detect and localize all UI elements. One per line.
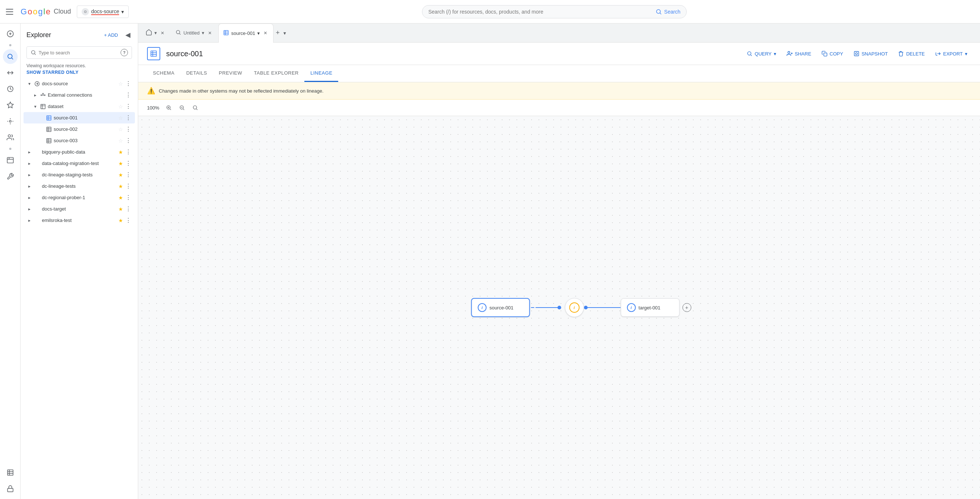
- export-button[interactable]: EXPORT ▾: [931, 49, 971, 59]
- show-starred-button[interactable]: SHOW STARRED ONLY: [21, 70, 138, 78]
- sidebar-icon-ml[interactable]: [3, 114, 18, 129]
- collapse-button[interactable]: ◀: [124, 29, 132, 40]
- tab-home-close[interactable]: ✕: [159, 30, 166, 37]
- star-source002[interactable]: ☆: [118, 126, 123, 132]
- tree-label-lineage-tests: dc-lineage-tests: [42, 183, 117, 189]
- tree-item-source-001[interactable]: source-001 ☆ ⋮: [24, 112, 135, 124]
- subtab-schema[interactable]: SCHEMA: [147, 65, 180, 82]
- explorer-search-input[interactable]: [38, 50, 121, 56]
- sidebar-icon-transfers[interactable]: [3, 65, 18, 80]
- tree-item-bigquery-public[interactable]: bigquery-public-data ★ ⋮: [24, 146, 135, 157]
- tab-add-button[interactable]: +: [274, 27, 281, 38]
- tab-untitled[interactable]: Untitled ▾ ✕: [171, 24, 218, 43]
- hamburger-menu[interactable]: [6, 7, 15, 16]
- tab-untitled-close[interactable]: ✕: [207, 30, 213, 37]
- sidebar-icon-history[interactable]: [3, 81, 18, 96]
- tree-item-source-002[interactable]: source-002 ☆ ⋮: [24, 124, 135, 135]
- subtab-details[interactable]: DETAILS: [180, 65, 213, 82]
- more-docs-source[interactable]: ⋮: [125, 79, 132, 88]
- tree-item-datacatalog[interactable]: data-catalog-migration-test ★ ⋮: [24, 157, 135, 169]
- tree-label-docs-source: docs-source: [42, 81, 117, 86]
- zoom-in-button[interactable]: [164, 103, 174, 113]
- global-search-bar[interactable]: Search: [422, 5, 687, 18]
- lineage-node-icon-source001: i: [478, 303, 487, 312]
- subtab-preview[interactable]: PREVIEW: [213, 65, 248, 82]
- star-source003[interactable]: ☆: [118, 138, 123, 144]
- copy-button[interactable]: COPY: [818, 49, 847, 59]
- tree-item-source-003[interactable]: source-003 ☆ ⋮: [24, 135, 135, 146]
- lineage-node-target001[interactable]: i target-001: [620, 298, 679, 317]
- project-name: docs-source: [91, 8, 119, 15]
- share-label: SHARE: [795, 51, 811, 57]
- sidebar-icon-people[interactable]: [3, 130, 18, 145]
- tree-item-lineage-staging[interactable]: dc-lineage-staging-tests ★ ⋮: [24, 169, 135, 180]
- tab-source001-close[interactable]: ✕: [262, 30, 269, 37]
- zoom-out-button[interactable]: [177, 103, 187, 113]
- subtab-lineage[interactable]: LINEAGE: [304, 65, 338, 82]
- star-emilsroka[interactable]: ★: [118, 218, 123, 223]
- more-source002[interactable]: ⋮: [125, 125, 132, 133]
- tab-overflow-button[interactable]: ▾: [282, 29, 288, 38]
- tab-untitled-dropdown[interactable]: ▾: [202, 30, 204, 36]
- google-cloud-logo[interactable]: Google Cloud: [21, 7, 71, 16]
- tab-home-dropdown[interactable]: ▾: [154, 30, 157, 36]
- more-source003[interactable]: ⋮: [125, 136, 132, 145]
- tree-item-dataset[interactable]: dataset ☆ ⋮: [24, 101, 135, 112]
- more-source001[interactable]: ⋮: [125, 114, 132, 122]
- star-regional[interactable]: ★: [118, 195, 123, 201]
- more-bigquery[interactable]: ⋮: [125, 148, 132, 156]
- more-regional[interactable]: ⋮: [125, 193, 132, 202]
- tree-item-emilsroka[interactable]: emilsroka-test ★ ⋮: [24, 215, 135, 226]
- add-button[interactable]: + ADD: [101, 31, 121, 39]
- zoom-reset-button[interactable]: [190, 103, 200, 113]
- tree-item-external-connections[interactable]: External connections ⋮: [24, 89, 135, 101]
- subtab-table-explorer[interactable]: TABLE EXPLORER: [248, 65, 305, 82]
- tree-arrow-lineage-staging: [27, 172, 32, 178]
- star-bigquery[interactable]: ★: [118, 149, 123, 155]
- tree-item-docs-source[interactable]: docs-source ☆ ⋮: [24, 78, 135, 89]
- more-docs-target[interactable]: ⋮: [125, 205, 132, 213]
- global-search-input[interactable]: [428, 9, 655, 15]
- star-lineage-tests[interactable]: ★: [118, 183, 123, 189]
- tab-source001-dropdown[interactable]: ▾: [257, 30, 260, 36]
- tab-source001[interactable]: source-001 ▾ ✕: [218, 24, 274, 43]
- more-dataset[interactable]: ⋮: [125, 102, 132, 111]
- sidebar-icon-star[interactable]: [3, 98, 18, 113]
- sidebar-icon-table[interactable]: [3, 465, 18, 480]
- sidebar-icon-explorer[interactable]: [3, 49, 18, 64]
- sidebar-icon-tools[interactable]: [3, 169, 18, 184]
- star-docs-source[interactable]: ☆: [118, 81, 123, 87]
- lineage-node-source001[interactable]: i source-001: [471, 298, 530, 317]
- star-docs-target[interactable]: ★: [118, 206, 123, 212]
- star-datacatalog[interactable]: ★: [118, 161, 123, 167]
- sidebar-icon-lock[interactable]: [3, 482, 18, 496]
- connector-source-process: −: [530, 304, 565, 311]
- tab-home[interactable]: ▾ ✕: [141, 24, 170, 43]
- query-button[interactable]: QUERY ▾: [743, 49, 780, 59]
- more-datacatalog[interactable]: ⋮: [125, 159, 132, 168]
- warning-banner: ⚠️ Changes made in other systems may not…: [138, 82, 980, 100]
- delete-button[interactable]: DELETE: [894, 49, 929, 59]
- star-lineage-staging[interactable]: ★: [118, 172, 123, 178]
- global-search-button[interactable]: Search: [655, 8, 681, 15]
- tree-item-regional-prober[interactable]: dc-regional-prober-1 ★ ⋮: [24, 192, 135, 203]
- share-button[interactable]: SHARE: [783, 49, 815, 59]
- more-external[interactable]: ⋮: [125, 91, 132, 99]
- lineage-process-node[interactable]: i: [565, 298, 584, 317]
- tree-item-lineage-tests[interactable]: dc-lineage-tests ★ ⋮: [24, 180, 135, 192]
- project-selector[interactable]: ⊙ docs-source ▾: [77, 5, 129, 18]
- tree-item-docs-target[interactable]: docs-target ★ ⋮: [24, 203, 135, 215]
- more-lineage-tests[interactable]: ⋮: [125, 182, 132, 190]
- sidebar-icon-jobs[interactable]: [3, 153, 18, 168]
- more-lineage-staging[interactable]: ⋮: [125, 170, 132, 179]
- more-emilsroka[interactable]: ⋮: [125, 216, 132, 224]
- star-dataset[interactable]: ☆: [118, 103, 123, 110]
- snapshot-button[interactable]: SNAPSHOT: [850, 49, 892, 59]
- tree-label-regional: dc-regional-prober-1: [42, 195, 117, 200]
- star-source001[interactable]: ☆: [118, 115, 123, 121]
- expand-lineage-button[interactable]: +: [682, 303, 691, 312]
- lineage-canvas[interactable]: i source-001 − i: [138, 116, 980, 499]
- sidebar-icon-pin[interactable]: [3, 27, 18, 41]
- search-help-icon[interactable]: ?: [121, 49, 128, 56]
- project-dropdown-arrow: ▾: [121, 9, 124, 15]
